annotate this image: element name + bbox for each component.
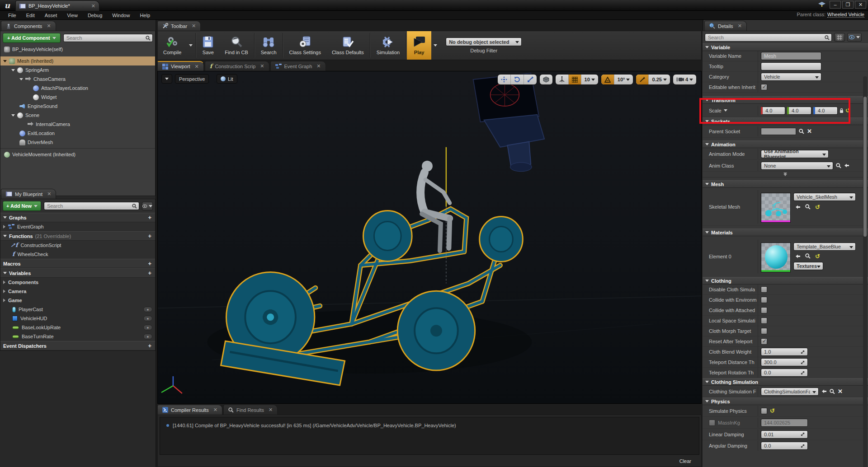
wheelscheck-row[interactable]: f WheelsCheck <box>0 250 155 259</box>
physics-section-header[interactable]: Physics <box>703 397 868 405</box>
search-icon[interactable] <box>830 389 835 394</box>
display-filter-button[interactable] <box>847 33 862 42</box>
use-selected-arrow-icon[interactable] <box>821 389 827 394</box>
variable-section-header[interactable]: Variable <box>703 43 868 51</box>
tree-row-attachplayerlocation[interactable]: AttachPlayerLocation <box>0 84 155 93</box>
expander-icon[interactable] <box>3 299 5 302</box>
tab-details[interactable]: i Details ✕ <box>704 21 747 31</box>
menu-view[interactable]: View <box>62 12 82 19</box>
tree-row-exitlocation[interactable]: ExitLocation <box>0 129 155 138</box>
parent-class-link[interactable]: Wheeled Vehicle <box>827 12 864 18</box>
search-icon[interactable] <box>799 129 804 134</box>
details-scrollbar[interactable] <box>863 76 867 467</box>
var-group-game[interactable]: Game <box>0 296 155 305</box>
rotation-snap-value-dropdown[interactable]: 10° <box>614 75 633 84</box>
tab-find-results[interactable]: Find Results ✕ <box>223 405 278 415</box>
close-event-graph-tab-icon[interactable]: ✕ <box>316 63 321 69</box>
animation-mode-dropdown[interactable]: Use Animation Blueprint <box>761 150 829 158</box>
restore-button[interactable]: ❐ <box>842 1 854 9</box>
class-settings-button[interactable]: Class Settings <box>284 31 326 60</box>
add-graph-button[interactable]: + <box>148 214 151 221</box>
close-toolbar-tab-icon[interactable]: ✕ <box>192 23 196 29</box>
search-button[interactable]: Search <box>255 31 282 60</box>
use-selected-arrow-icon[interactable] <box>844 163 849 168</box>
tab-components[interactable]: Components ✕ <box>1 21 56 31</box>
variables-section-header[interactable]: Variables + <box>0 268 155 278</box>
expander-icon[interactable] <box>3 280 5 284</box>
angular-damping-field[interactable]: 0.0 <box>761 442 808 450</box>
tree-row-chasecamera[interactable]: ChaseCamera <box>0 75 155 84</box>
minimize-button[interactable]: – <box>830 1 841 9</box>
tab-compiler-results[interactable]: Compiler Results ✕ <box>157 405 222 415</box>
expander-icon[interactable] <box>3 60 7 62</box>
clear-icon[interactable]: ✕ <box>838 388 843 395</box>
clothing-section-header[interactable]: Clothing <box>703 277 868 285</box>
skeletal-mesh-dropdown[interactable]: Vehicle_SkelMesh <box>793 193 856 201</box>
close-viewport-tab-icon[interactable]: ✕ <box>195 64 199 70</box>
details-search-input[interactable] <box>705 33 832 42</box>
expander-icon[interactable] <box>19 78 23 80</box>
tutorial-cap-icon[interactable] <box>818 2 826 7</box>
tree-row-vehiclemovement[interactable]: VehicleMovement (Inherited) <box>0 150 155 159</box>
browse-to-asset-icon[interactable] <box>805 253 811 259</box>
viewport-options-button[interactable] <box>161 74 172 84</box>
materials-section-header[interactable]: Materials <box>703 229 868 236</box>
debug-object-dropdown[interactable]: No debug object selected <box>446 37 522 46</box>
teleport-distance-field[interactable]: 300.0 <box>761 358 808 366</box>
var-playercast[interactable]: PlayerCast ● <box>0 305 155 314</box>
save-button[interactable]: Save <box>197 31 219 60</box>
tree-row-mesh[interactable]: Mesh (Inherited) <box>0 56 155 65</box>
close-construction-tab-icon[interactable]: ✕ <box>260 63 264 69</box>
closed-eye-icon[interactable]: ● <box>143 325 152 330</box>
close-find-tab-icon[interactable]: ✕ <box>269 407 273 413</box>
expander-icon[interactable] <box>3 225 5 229</box>
anim-class-dropdown[interactable]: None <box>761 162 833 170</box>
grid-snap-toggle[interactable] <box>568 75 581 84</box>
clothing-simulation-section-header[interactable]: Clothing Simulation <box>703 378 868 386</box>
tree-row-springarm[interactable]: SpringArm <box>0 65 155 75</box>
use-selected-arrow-icon[interactable] <box>795 254 801 259</box>
closed-eye-icon[interactable]: ● <box>143 307 152 312</box>
eventgraph-row[interactable]: EventGraph <box>0 222 155 231</box>
browse-to-asset-icon[interactable] <box>805 204 811 210</box>
clear-button[interactable]: Clear <box>676 458 695 465</box>
checkbox[interactable] <box>761 318 767 324</box>
add-variable-button[interactable]: + <box>148 270 151 276</box>
surface-snap-button[interactable] <box>556 75 568 84</box>
simulate-physics-checkbox[interactable] <box>761 408 767 414</box>
var-vehiclehud[interactable]: VehicleHUD ● <box>0 314 155 323</box>
checkbox[interactable] <box>761 297 767 303</box>
close-details-tab-icon[interactable]: ✕ <box>738 23 742 29</box>
grid-snap-value-dropdown[interactable]: 10 <box>581 75 598 84</box>
tree-row-widget[interactable]: Widget <box>0 93 155 102</box>
mesh-section-header[interactable]: Mesh <box>703 180 868 188</box>
var-baselookuprate[interactable]: BaseLookUpRate ● <box>0 323 155 332</box>
scale-snap-toggle[interactable] <box>636 75 648 84</box>
reset-to-default-icon[interactable]: ↺ <box>815 253 820 260</box>
checkbox[interactable] <box>761 286 767 293</box>
textures-dropdown[interactable]: Textures <box>793 262 823 270</box>
mass-override-checkbox[interactable] <box>709 420 715 426</box>
var-baseturnrate[interactable]: BaseTurnRate ● <box>0 332 155 341</box>
menu-file[interactable]: File <box>4 12 21 19</box>
menu-debug[interactable]: Debug <box>83 12 107 19</box>
close-asset-tab-icon[interactable]: ✕ <box>91 3 95 9</box>
animation-section-header[interactable]: Animation <box>703 140 868 148</box>
skeletal-mesh-thumbnail[interactable] <box>761 193 791 223</box>
clear-socket-icon[interactable]: ✕ <box>807 128 812 135</box>
menu-window[interactable]: Window <box>108 12 134 19</box>
menu-help[interactable]: Help <box>135 12 155 19</box>
editable-checkbox[interactable] <box>761 84 767 90</box>
add-macro-button[interactable]: + <box>148 260 151 267</box>
teleport-rotation-field[interactable]: 0.0 <box>761 369 808 377</box>
menu-edit[interactable]: Edit <box>22 12 39 19</box>
checkbox[interactable] <box>761 338 767 345</box>
tab-construction-script[interactable]: f Construction Scrip ✕ <box>205 61 269 71</box>
use-selected-arrow-icon[interactable] <box>795 205 801 210</box>
tab-viewport[interactable]: Viewport ✕ <box>157 61 204 71</box>
lit-mode-button[interactable]: Lit <box>217 74 237 84</box>
graphs-section-header[interactable]: Graphs + <box>0 213 155 222</box>
compile-options-arrow[interactable] <box>187 31 195 60</box>
add-new-button[interactable]: + Add New <box>3 201 41 211</box>
perspective-button[interactable]: Perspective <box>175 74 209 84</box>
